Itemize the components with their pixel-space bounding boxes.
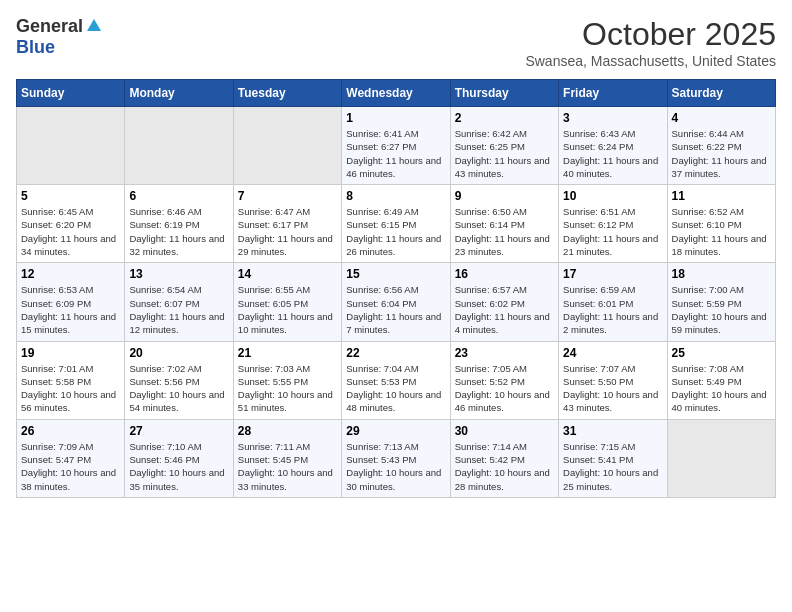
svg-marker-0 (87, 19, 101, 31)
day-info: Sunrise: 7:02 AMSunset: 5:56 PMDaylight:… (129, 362, 228, 415)
header-cell-sunday: Sunday (17, 80, 125, 107)
day-cell: 12Sunrise: 6:53 AMSunset: 6:09 PMDayligh… (17, 263, 125, 341)
day-cell: 1Sunrise: 6:41 AMSunset: 6:27 PMDaylight… (342, 107, 450, 185)
day-info: Sunrise: 6:59 AMSunset: 6:01 PMDaylight:… (563, 283, 662, 336)
day-cell: 31Sunrise: 7:15 AMSunset: 5:41 PMDayligh… (559, 419, 667, 497)
day-info: Sunrise: 6:46 AMSunset: 6:19 PMDaylight:… (129, 205, 228, 258)
day-info: Sunrise: 7:03 AMSunset: 5:55 PMDaylight:… (238, 362, 337, 415)
day-number: 31 (563, 424, 662, 438)
month-title: October 2025 (525, 16, 776, 53)
day-cell (233, 107, 341, 185)
day-info: Sunrise: 7:05 AMSunset: 5:52 PMDaylight:… (455, 362, 554, 415)
header-cell-monday: Monday (125, 80, 233, 107)
day-number: 23 (455, 346, 554, 360)
day-number: 17 (563, 267, 662, 281)
day-number: 16 (455, 267, 554, 281)
day-info: Sunrise: 7:08 AMSunset: 5:49 PMDaylight:… (672, 362, 771, 415)
day-number: 21 (238, 346, 337, 360)
week-row: 12Sunrise: 6:53 AMSunset: 6:09 PMDayligh… (17, 263, 776, 341)
day-cell: 22Sunrise: 7:04 AMSunset: 5:53 PMDayligh… (342, 341, 450, 419)
day-info: Sunrise: 6:52 AMSunset: 6:10 PMDaylight:… (672, 205, 771, 258)
calendar-table: SundayMondayTuesdayWednesdayThursdayFrid… (16, 79, 776, 498)
week-row: 26Sunrise: 7:09 AMSunset: 5:47 PMDayligh… (17, 419, 776, 497)
day-cell: 5Sunrise: 6:45 AMSunset: 6:20 PMDaylight… (17, 185, 125, 263)
day-cell: 11Sunrise: 6:52 AMSunset: 6:10 PMDayligh… (667, 185, 775, 263)
day-number: 2 (455, 111, 554, 125)
day-cell: 2Sunrise: 6:42 AMSunset: 6:25 PMDaylight… (450, 107, 558, 185)
day-number: 29 (346, 424, 445, 438)
day-number: 13 (129, 267, 228, 281)
day-cell: 4Sunrise: 6:44 AMSunset: 6:22 PMDaylight… (667, 107, 775, 185)
day-cell: 26Sunrise: 7:09 AMSunset: 5:47 PMDayligh… (17, 419, 125, 497)
day-info: Sunrise: 7:13 AMSunset: 5:43 PMDaylight:… (346, 440, 445, 493)
day-cell: 30Sunrise: 7:14 AMSunset: 5:42 PMDayligh… (450, 419, 558, 497)
day-number: 6 (129, 189, 228, 203)
day-info: Sunrise: 7:04 AMSunset: 5:53 PMDaylight:… (346, 362, 445, 415)
day-number: 19 (21, 346, 120, 360)
day-info: Sunrise: 7:10 AMSunset: 5:46 PMDaylight:… (129, 440, 228, 493)
day-info: Sunrise: 7:15 AMSunset: 5:41 PMDaylight:… (563, 440, 662, 493)
header-cell-friday: Friday (559, 80, 667, 107)
day-cell: 17Sunrise: 6:59 AMSunset: 6:01 PMDayligh… (559, 263, 667, 341)
day-info: Sunrise: 7:11 AMSunset: 5:45 PMDaylight:… (238, 440, 337, 493)
day-info: Sunrise: 7:07 AMSunset: 5:50 PMDaylight:… (563, 362, 662, 415)
day-number: 9 (455, 189, 554, 203)
header-cell-wednesday: Wednesday (342, 80, 450, 107)
day-info: Sunrise: 6:42 AMSunset: 6:25 PMDaylight:… (455, 127, 554, 180)
header-cell-saturday: Saturday (667, 80, 775, 107)
day-cell: 3Sunrise: 6:43 AMSunset: 6:24 PMDaylight… (559, 107, 667, 185)
day-info: Sunrise: 6:56 AMSunset: 6:04 PMDaylight:… (346, 283, 445, 336)
day-number: 12 (21, 267, 120, 281)
location: Swansea, Massachusetts, United States (525, 53, 776, 69)
day-cell: 6Sunrise: 6:46 AMSunset: 6:19 PMDaylight… (125, 185, 233, 263)
day-number: 8 (346, 189, 445, 203)
day-number: 11 (672, 189, 771, 203)
day-cell: 13Sunrise: 6:54 AMSunset: 6:07 PMDayligh… (125, 263, 233, 341)
day-cell: 10Sunrise: 6:51 AMSunset: 6:12 PMDayligh… (559, 185, 667, 263)
day-info: Sunrise: 6:51 AMSunset: 6:12 PMDaylight:… (563, 205, 662, 258)
day-number: 24 (563, 346, 662, 360)
day-info: Sunrise: 6:43 AMSunset: 6:24 PMDaylight:… (563, 127, 662, 180)
day-cell: 29Sunrise: 7:13 AMSunset: 5:43 PMDayligh… (342, 419, 450, 497)
logo-general-text: General (16, 16, 83, 37)
day-info: Sunrise: 7:09 AMSunset: 5:47 PMDaylight:… (21, 440, 120, 493)
day-cell: 18Sunrise: 7:00 AMSunset: 5:59 PMDayligh… (667, 263, 775, 341)
header-row: SundayMondayTuesdayWednesdayThursdayFrid… (17, 80, 776, 107)
header-cell-thursday: Thursday (450, 80, 558, 107)
day-cell: 15Sunrise: 6:56 AMSunset: 6:04 PMDayligh… (342, 263, 450, 341)
day-cell: 7Sunrise: 6:47 AMSunset: 6:17 PMDaylight… (233, 185, 341, 263)
day-info: Sunrise: 7:01 AMSunset: 5:58 PMDaylight:… (21, 362, 120, 415)
day-info: Sunrise: 6:49 AMSunset: 6:15 PMDaylight:… (346, 205, 445, 258)
day-info: Sunrise: 6:41 AMSunset: 6:27 PMDaylight:… (346, 127, 445, 180)
day-cell: 19Sunrise: 7:01 AMSunset: 5:58 PMDayligh… (17, 341, 125, 419)
day-cell: 28Sunrise: 7:11 AMSunset: 5:45 PMDayligh… (233, 419, 341, 497)
title-block: October 2025 Swansea, Massachusetts, Uni… (525, 16, 776, 69)
day-cell: 14Sunrise: 6:55 AMSunset: 6:05 PMDayligh… (233, 263, 341, 341)
day-cell (17, 107, 125, 185)
day-info: Sunrise: 6:45 AMSunset: 6:20 PMDaylight:… (21, 205, 120, 258)
day-cell: 24Sunrise: 7:07 AMSunset: 5:50 PMDayligh… (559, 341, 667, 419)
day-cell: 23Sunrise: 7:05 AMSunset: 5:52 PMDayligh… (450, 341, 558, 419)
day-cell: 21Sunrise: 7:03 AMSunset: 5:55 PMDayligh… (233, 341, 341, 419)
day-cell: 20Sunrise: 7:02 AMSunset: 5:56 PMDayligh… (125, 341, 233, 419)
day-number: 15 (346, 267, 445, 281)
day-number: 27 (129, 424, 228, 438)
week-row: 1Sunrise: 6:41 AMSunset: 6:27 PMDaylight… (17, 107, 776, 185)
day-info: Sunrise: 6:53 AMSunset: 6:09 PMDaylight:… (21, 283, 120, 336)
day-number: 5 (21, 189, 120, 203)
day-info: Sunrise: 7:00 AMSunset: 5:59 PMDaylight:… (672, 283, 771, 336)
day-number: 7 (238, 189, 337, 203)
day-cell (667, 419, 775, 497)
day-cell: 25Sunrise: 7:08 AMSunset: 5:49 PMDayligh… (667, 341, 775, 419)
day-info: Sunrise: 6:55 AMSunset: 6:05 PMDaylight:… (238, 283, 337, 336)
day-cell: 27Sunrise: 7:10 AMSunset: 5:46 PMDayligh… (125, 419, 233, 497)
day-number: 22 (346, 346, 445, 360)
day-cell (125, 107, 233, 185)
week-row: 5Sunrise: 6:45 AMSunset: 6:20 PMDaylight… (17, 185, 776, 263)
day-info: Sunrise: 6:50 AMSunset: 6:14 PMDaylight:… (455, 205, 554, 258)
day-cell: 9Sunrise: 6:50 AMSunset: 6:14 PMDaylight… (450, 185, 558, 263)
day-number: 28 (238, 424, 337, 438)
day-info: Sunrise: 7:14 AMSunset: 5:42 PMDaylight:… (455, 440, 554, 493)
day-info: Sunrise: 6:44 AMSunset: 6:22 PMDaylight:… (672, 127, 771, 180)
logo-blue-text: Blue (16, 37, 55, 58)
